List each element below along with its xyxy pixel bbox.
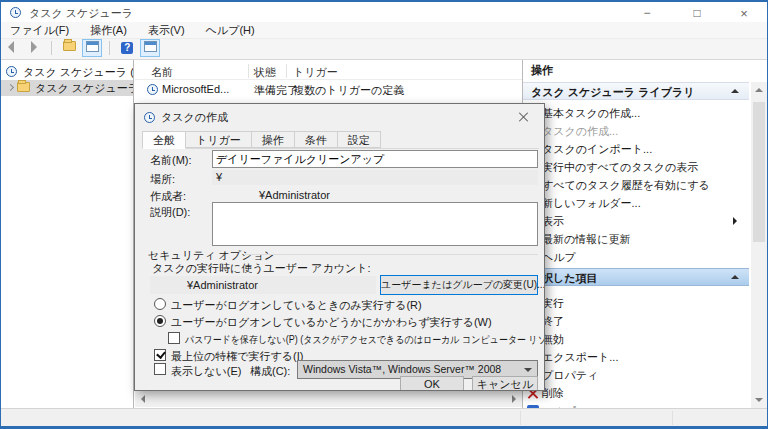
dialog-close-icon[interactable] [512,106,536,126]
checkbox-label[interactable]: パスワードを保存しない(P) (タスクがアクセスできるのはローカル コンピュータ… [185,333,545,347]
ok-button[interactable]: OK [400,376,464,391]
radio-run-regardless[interactable] [154,315,166,327]
action-refresh[interactable]: 最新の情報に更新 [523,230,749,248]
scroll-up-icon[interactable] [751,83,766,98]
action-enable-task-history[interactable]: すべてのタスク履歴を有効にする [523,176,749,194]
collapse-icon[interactable] [731,275,739,279]
dialog-clock-icon [144,112,155,123]
radio-label[interactable]: ユーザーがログオンしているときのみ実行する(R) [171,298,422,313]
tab-actions[interactable]: 操作 [252,131,295,148]
clock-icon [6,66,17,77]
action-import-task[interactable]: タスクのインポート... [523,140,749,158]
task-trigger: 複数のトリガーの定義 [293,83,404,98]
column-trigger[interactable]: トリガー [293,65,338,80]
scroll-down-icon[interactable] [751,392,766,407]
create-task-dialog: タスクの作成 全般 トリガー 操作 条件 設定 名前(M): 場所: ¥ 作成者… [134,103,545,391]
task-name: MicrosoftEd... [162,83,229,95]
account-caption: タスクの実行時に使うユーザー アカウント: [152,261,370,276]
tab-settings[interactable]: 設定 [338,131,381,148]
action-display-running-tasks[interactable]: 実行中のすべてのタスクの表示 [523,158,749,176]
location-value: ¥ [212,170,538,185]
action-new-folder[interactable]: 新しいフォルダー... [523,194,749,212]
column-separator[interactable] [286,64,287,78]
statusbar [1,408,768,426]
configure-label: 構成(C): [250,364,290,379]
dialog-title: タスクの作成 [161,110,228,125]
action-delete[interactable]: 削除 [523,384,749,402]
action-run[interactable]: 実行 [523,294,749,312]
minimize-button[interactable]: − [630,4,664,24]
checkbox-label[interactable]: 表示しない(E) [171,364,241,379]
action-pane-toggle-icon[interactable] [140,39,160,57]
menu-file[interactable]: ファイル(F) [1,22,78,38]
action-create-task[interactable]: タスクの作成... [523,122,749,140]
radio-label[interactable]: ユーザーがログオンしているかどうかにかかわらず実行する(W) [171,315,492,330]
statusbar-separator [672,411,673,425]
action-create-basic-task[interactable]: 基本タスクの作成... [523,104,749,122]
name-input[interactable] [212,150,538,168]
cancel-button[interactable]: キャンセル [472,376,538,391]
statusbar-separator [520,411,521,425]
tree-item-label: タスク スケジューラ ライブラリ [23,82,133,94]
action-help[interactable]: ?ヘルプ [523,248,749,266]
menubar: ファイル(F) 操作(A) 表示(V) ヘルプ(H) [1,22,768,39]
collapse-icon[interactable] [731,89,739,93]
location-label: 場所: [150,172,175,187]
name-label: 名前(M): [150,153,192,168]
scroll-left-icon[interactable] [136,391,151,406]
action-export[interactable]: エクスポート... [523,348,749,366]
change-user-button[interactable]: ユーザーまたはグループの変更(U)... [380,275,538,295]
configure-value: Windows Vista™, Windows Server™ 2008 [303,363,501,375]
panel-toggle-icon[interactable] [82,39,102,57]
forward-icon[interactable] [24,39,44,57]
table-row[interactable]: MicrosoftEd... 準備完了 複数のトリガーの定義 [135,80,522,97]
actions-pane: 操作 タスク スケジューラ ライブラリ 基本タスクの作成... タスクの作成..… [523,60,768,408]
tab-triggers[interactable]: トリガー [186,131,252,148]
chevron-right-icon[interactable] [7,84,14,91]
list-header: 名前 状態 トリガー [135,62,522,80]
section-header-label: タスク スケジューラ ライブラリ [531,86,694,98]
menu-action[interactable]: 操作(A) [81,22,136,38]
action-end[interactable]: 終了 [523,312,749,330]
column-name[interactable]: 名前 [151,65,173,80]
group-divider [245,254,538,255]
description-textarea[interactable] [212,202,538,246]
console-tree-pane: タスク スケジューラ (ローカル) タスク スケジューラ ライブラリ [1,60,134,408]
horizontal-scrollbar[interactable] [135,391,522,407]
app-window: タスク スケジューラ − □ × ファイル(F) 操作(A) 表示(V) ヘルプ… [0,0,768,429]
account-value: ¥Administrator [150,276,376,294]
toolbar-separator [109,41,110,55]
actions-section-library[interactable]: タスク スケジューラ ライブラリ [523,82,749,100]
tree-item-task-scheduler-library[interactable]: タスク スケジューラ ライブラリ [1,80,133,96]
titlebar[interactable]: タスク スケジューラ − □ × [1,2,768,22]
scroll-right-icon[interactable] [506,391,521,406]
action-properties[interactable]: プロパティ [523,366,749,384]
checkbox-label[interactable]: 最上位の特権で実行する(I) [171,349,303,364]
task-status: 準備完了 [254,83,298,98]
menu-view[interactable]: 表示(V) [139,22,194,38]
submenu-arrow-icon [733,217,737,225]
vertical-scrollbar[interactable] [751,82,767,408]
back-icon[interactable] [1,39,21,57]
tab-conditions[interactable]: 条件 [295,131,338,148]
checkbox-highest-privileges[interactable] [154,349,166,361]
actions-pane-title: 操作 [531,63,553,78]
help-icon[interactable]: ? [117,39,137,57]
radio-run-when-logged-on[interactable] [154,298,166,310]
tab-general[interactable]: 全般 [142,131,186,149]
menu-help[interactable]: ヘルプ(H) [197,22,264,38]
close-button[interactable]: × [727,4,761,24]
column-status[interactable]: 状態 [254,65,276,80]
action-disable[interactable]: 無効 [523,330,749,348]
console-tree-toggle-icon[interactable] [59,39,79,57]
maximize-button[interactable]: □ [680,4,714,24]
chevron-down-icon [524,368,532,372]
scrollbar-thumb[interactable] [753,102,765,242]
actions-section-selected-item[interactable]: 選択した項目 [523,268,749,286]
action-view[interactable]: 表示 [523,212,749,230]
tree-item-task-scheduler-local[interactable]: タスク スケジューラ (ローカル) [1,64,133,80]
checkbox-hidden[interactable] [154,363,166,375]
column-separator[interactable] [248,64,249,78]
window-title: タスク スケジューラ [29,6,133,21]
checkbox-no-password[interactable] [168,332,180,344]
